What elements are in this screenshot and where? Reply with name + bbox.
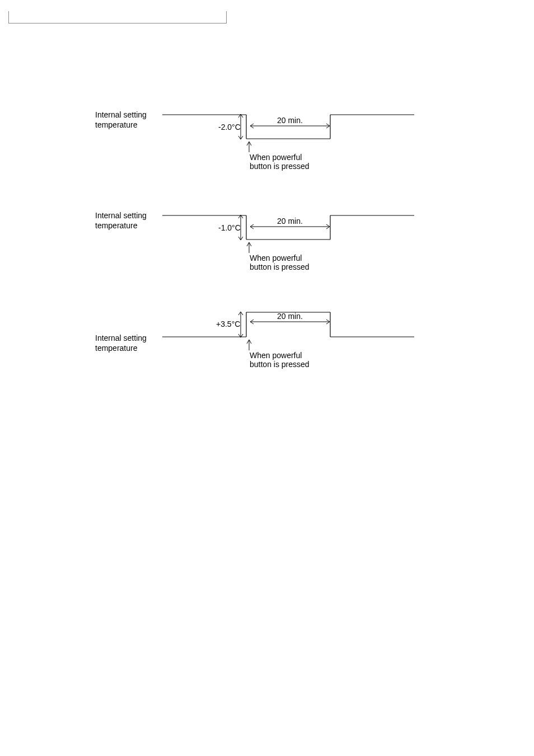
duration-text: 20 min.	[277, 116, 303, 125]
svg-text:When powerful
        button i: When powerful button is pressed	[250, 153, 310, 171]
chart-svg: -2.0°C 20 min. When powerful button is p…	[162, 101, 431, 190]
offset-text: -1.0°C	[218, 223, 241, 232]
chart-heating: Internal setting temperature +3.5°C 20 m…	[95, 302, 431, 392]
page-tab-box	[8, 11, 227, 24]
duration-text: 20 min.	[277, 217, 303, 226]
event-text-line2: button is pressed	[250, 162, 310, 171]
event-text-line1: When powerful	[250, 351, 302, 360]
event-text-line1: When powerful	[250, 253, 302, 262]
diagrams-container: Internal setting temperature -2.0°C 20 m…	[95, 101, 431, 403]
event-text-line1: When powerful	[250, 153, 302, 162]
offset-text: -2.0°C	[218, 123, 241, 132]
chart-cooling-2: Internal setting temperature -2.0°C 20 m…	[95, 101, 431, 190]
chart-svg: -1.0°C 20 min. When powerful button is p…	[162, 201, 431, 291]
chart-cooling-1: Internal setting temperature -1.0°C 20 m…	[95, 201, 431, 291]
svg-text:When powerful
        button i: When powerful button is pressed	[250, 351, 310, 369]
offset-text: +3.5°C	[216, 320, 240, 328]
chart-svg: +3.5°C 20 min. When powerful button is p…	[162, 302, 431, 392]
svg-text:When powerful
        button i: When powerful button is pressed	[250, 253, 310, 271]
setting-label: Internal setting temperature	[95, 210, 157, 231]
setting-label: Internal setting temperature	[95, 110, 157, 130]
event-text-line2: button is pressed	[250, 360, 310, 369]
setting-label: Internal setting temperature	[95, 333, 157, 353]
duration-text: 20 min.	[277, 312, 303, 321]
event-text-line2: button is pressed	[250, 262, 310, 271]
